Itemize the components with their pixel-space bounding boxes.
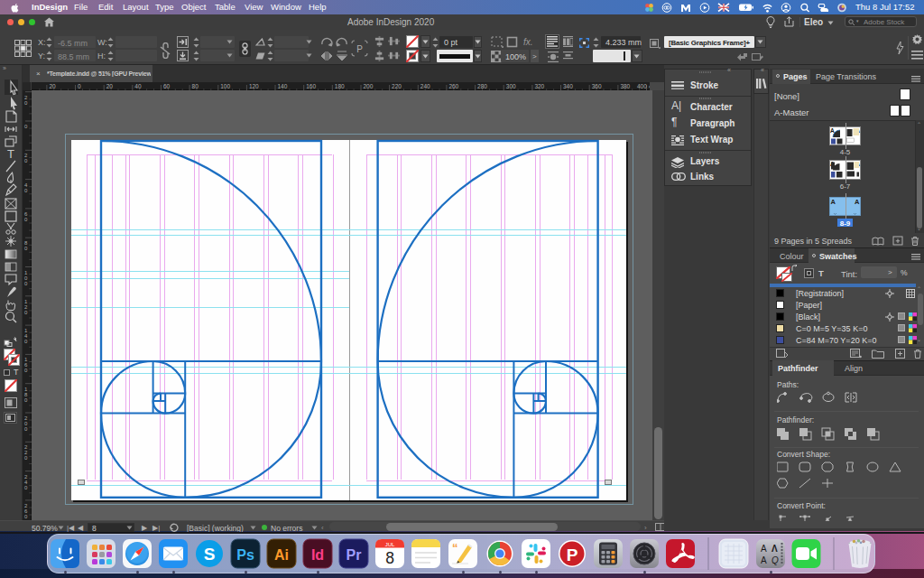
svg-text:Pr: Pr (346, 547, 362, 563)
svg-text:A: A (855, 198, 860, 206)
svg-text:Convert Shape:: Convert Shape: (777, 450, 830, 459)
svg-text:P: P (567, 545, 578, 564)
svg-text:S: S (204, 545, 216, 564)
svg-text:A: A (761, 555, 767, 565)
svg-text:A: A (830, 127, 835, 134)
svg-text:Pathfinder:: Pathfinder: (777, 415, 814, 424)
svg-text:A: A (831, 198, 836, 206)
svg-text:8: 8 (385, 549, 394, 567)
svg-text:Q: Q (772, 555, 779, 565)
svg-text:“: “ (452, 541, 458, 555)
svg-text:Convert Point:: Convert Point: (777, 501, 826, 510)
svg-text:A: A (761, 544, 767, 554)
svg-text:Id: Id (311, 547, 324, 563)
svg-text:Ps: Ps (236, 547, 254, 563)
svg-text:JUL: JUL (385, 542, 395, 547)
svg-text:Ai: Ai (274, 547, 289, 563)
svg-text:Λ: Λ (772, 544, 778, 554)
